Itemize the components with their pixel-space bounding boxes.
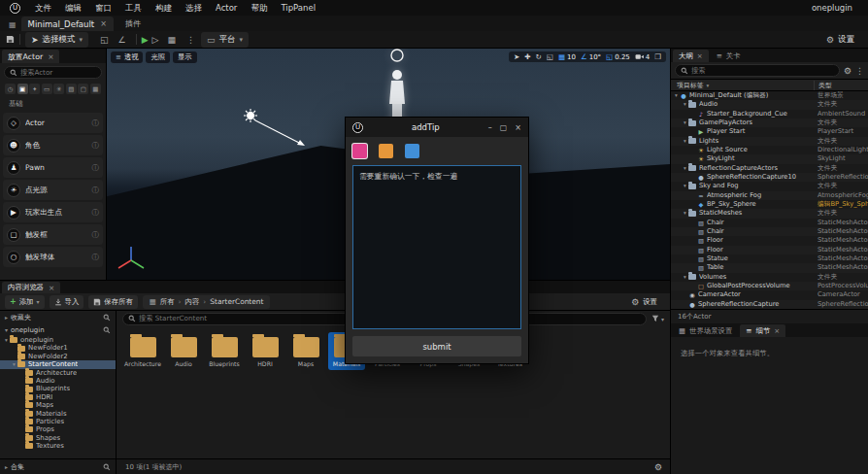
- content-browser-settings-button[interactable]: ⚙ 设置: [631, 297, 665, 307]
- plugins-button[interactable]: 插件: [125, 18, 141, 29]
- menu-item-Actor[interactable]: Actor: [209, 0, 244, 16]
- save-icon[interactable]: [6, 35, 15, 44]
- placement-item-触发球体[interactable]: ○触发球体ⓘ: [3, 247, 103, 267]
- close-icon[interactable]: ×: [49, 284, 54, 292]
- menu-item-编辑[interactable]: 编辑: [58, 0, 88, 16]
- tab-world-settings[interactable]: ▦ 世界场景设置: [673, 324, 738, 337]
- lit-dropdown[interactable]: 光照: [146, 51, 170, 63]
- color-swatch-blue[interactable]: [405, 144, 419, 158]
- import-button[interactable]: 导入: [50, 295, 84, 309]
- expand-arrow-icon[interactable]: ▾: [682, 137, 688, 146]
- select-mode-dropdown[interactable]: ➤ 选择模式 ▾: [25, 32, 88, 48]
- outliner-row[interactable]: ≈Atmospheric FogAtmosphericFog: [671, 191, 868, 200]
- outliner-row[interactable]: ▾Lights文件夹: [671, 137, 868, 146]
- breadcrumb-StarterContent[interactable]: StarterContent: [210, 297, 263, 306]
- folder-tree-item-Props[interactable]: Props: [0, 425, 116, 433]
- search-icon[interactable]: [103, 463, 111, 471]
- outliner-row[interactable]: ▧ChairStaticMeshActor: [671, 227, 868, 236]
- menu-item-TipPanel[interactable]: TipPanel: [274, 0, 322, 16]
- skip-button[interactable]: ▷: [152, 35, 159, 45]
- color-swatch-orange[interactable]: [379, 144, 393, 158]
- all-classes-icon[interactable]: ▦: [90, 84, 101, 94]
- tab-content-browser[interactable]: 内容浏览器 ×: [2, 282, 60, 293]
- move-tool-icon[interactable]: ✚: [524, 52, 530, 61]
- add-button[interactable]: + 添加 ▾: [5, 295, 45, 309]
- submit-button[interactable]: submit: [352, 336, 521, 356]
- collections-section[interactable]: ▸ 合集: [0, 459, 117, 474]
- outliner-row[interactable]: ▧FloorStaticMeshActor: [671, 236, 868, 245]
- minimize-icon[interactable]: –: [488, 123, 492, 132]
- folder-tree-item-Textures[interactable]: Textures: [0, 442, 116, 450]
- placement-item-玩家出生点[interactable]: ▶玩家出生点ⓘ: [3, 202, 103, 222]
- project-section[interactable]: ▾ oneplugin: [0, 323, 116, 336]
- menu-item-工具[interactable]: 工具: [118, 0, 149, 16]
- folder-tree-item-Shapes[interactable]: Shapes: [0, 434, 116, 442]
- outliner-row[interactable]: ▧ChairStaticMeshActor: [671, 219, 868, 227]
- column-type[interactable]: 类型: [814, 81, 868, 90]
- lights-icon[interactable]: ✦: [29, 84, 40, 94]
- outliner-row[interactable]: ◆BP_Sky_Sphere编辑BP_Sky_Sphere: [671, 200, 868, 209]
- outliner-row[interactable]: ▧StatueStaticMeshActor: [671, 254, 868, 263]
- frame-icon[interactable]: ▦: [168, 35, 177, 45]
- outliner-row[interactable]: ▶Player StartPlayerStart: [671, 127, 868, 136]
- basic-icon[interactable]: ▣: [17, 84, 28, 94]
- maximize-viewport-icon[interactable]: ❐: [654, 52, 661, 61]
- close-icon[interactable]: ×: [100, 19, 107, 28]
- geometry-icon[interactable]: ▧: [66, 84, 77, 94]
- menu-item-帮助[interactable]: 帮助: [244, 0, 274, 16]
- placement-item-Actor[interactable]: ◇Actorⓘ: [3, 113, 103, 133]
- menu-item-选择[interactable]: 选择: [179, 0, 209, 16]
- folder-tile-Audio[interactable]: Audio: [165, 332, 202, 370]
- outliner-row-type[interactable]: 编辑BP_Sky_Sphere: [814, 200, 868, 209]
- camera-speed-control[interactable]: 4: [635, 53, 650, 61]
- expand-arrow-icon[interactable]: ▾: [11, 360, 17, 368]
- expand-arrow-icon[interactable]: ▾: [682, 182, 688, 190]
- search-icon[interactable]: [103, 326, 111, 334]
- outliner-row[interactable]: ▾●Minimal_Default (编辑器)世界场景: [671, 91, 868, 100]
- tab-outliner[interactable]: 大纲 ×: [673, 50, 709, 62]
- tab-levels[interactable]: ≡ 关卡: [711, 50, 747, 62]
- folder-tile-Maps[interactable]: Maps: [287, 332, 324, 370]
- outliner-row[interactable]: ▢GlobalPostProcessVolumePostProcessVolum…: [671, 282, 868, 290]
- outliner-row[interactable]: ♪Starter_Background_CueAmbientSound: [671, 110, 868, 118]
- more-options-icon[interactable]: ⋮: [186, 35, 195, 45]
- select-tool-icon[interactable]: ➤: [514, 52, 519, 61]
- folder-tile-Architecture[interactable]: Architecture: [124, 332, 161, 370]
- folder-tree-item-HDRI[interactable]: HDRI: [0, 393, 116, 401]
- favorites-section[interactable]: ▸ 收藏夹: [0, 311, 116, 323]
- cinematic-icon[interactable]: ▭: [42, 84, 52, 94]
- outliner-row[interactable]: ▾StaticMeshes文件夹: [671, 209, 868, 218]
- folder-tree-item-Particles[interactable]: Particles: [0, 418, 116, 425]
- expand-arrow-icon[interactable]: ▾: [673, 91, 680, 100]
- volumes-icon[interactable]: ▢: [78, 84, 88, 94]
- expand-arrow-icon[interactable]: ▾: [3, 336, 10, 344]
- outliner-row[interactable]: ▾ReflectionCaptureActors文件夹: [671, 164, 868, 173]
- visual-effects-icon[interactable]: ✳: [53, 84, 64, 94]
- outliner-row[interactable]: ▾GamePlayActors文件夹: [671, 118, 868, 127]
- folder-tree-item-Audio[interactable]: Audio: [0, 377, 116, 385]
- expand-arrow-icon[interactable]: ▾: [682, 118, 688, 127]
- outliner-row[interactable]: ☀Light SourceDirectionalLight: [671, 146, 868, 154]
- close-icon[interactable]: ×: [515, 123, 521, 132]
- rotation-snap-control[interactable]: ∠ 10°: [581, 52, 601, 61]
- scale-snap-control[interactable]: ◱ 0.25: [606, 52, 630, 61]
- filter-button[interactable]: ▾: [651, 315, 664, 322]
- folder-tree-item-Architecture[interactable]: Architecture: [0, 369, 116, 377]
- close-icon[interactable]: ×: [697, 52, 703, 60]
- outliner-options-icon[interactable]: ⋮: [855, 66, 864, 76]
- outliner-row[interactable]: ▾Audio文件夹: [671, 100, 868, 109]
- dialog-title-bar[interactable]: U addTip – ▢ ×: [346, 118, 528, 137]
- close-icon[interactable]: ×: [774, 327, 780, 335]
- folder-tile-HDRI[interactable]: HDRI: [247, 332, 284, 370]
- folder-tile-Blueprints[interactable]: Blueprints: [206, 332, 243, 370]
- settings-button[interactable]: ⚙ 设置: [826, 34, 862, 46]
- perspective-dropdown[interactable]: ≡ 透视: [111, 51, 143, 63]
- tab-minimal-default[interactable]: Minimal_Default ×: [21, 17, 114, 31]
- view-options-icon[interactable]: ⚙: [654, 462, 670, 472]
- menu-item-窗口[interactable]: 窗口: [88, 0, 118, 16]
- close-icon[interactable]: ×: [48, 52, 53, 61]
- scale-tool-icon[interactable]: ◱: [547, 52, 553, 61]
- tip-text-area[interactable]: 需要重新确认一下，检查一遍: [352, 165, 521, 329]
- breadcrumb-内容[interactable]: 内容: [185, 297, 200, 307]
- color-swatch-pink[interactable]: [352, 144, 367, 158]
